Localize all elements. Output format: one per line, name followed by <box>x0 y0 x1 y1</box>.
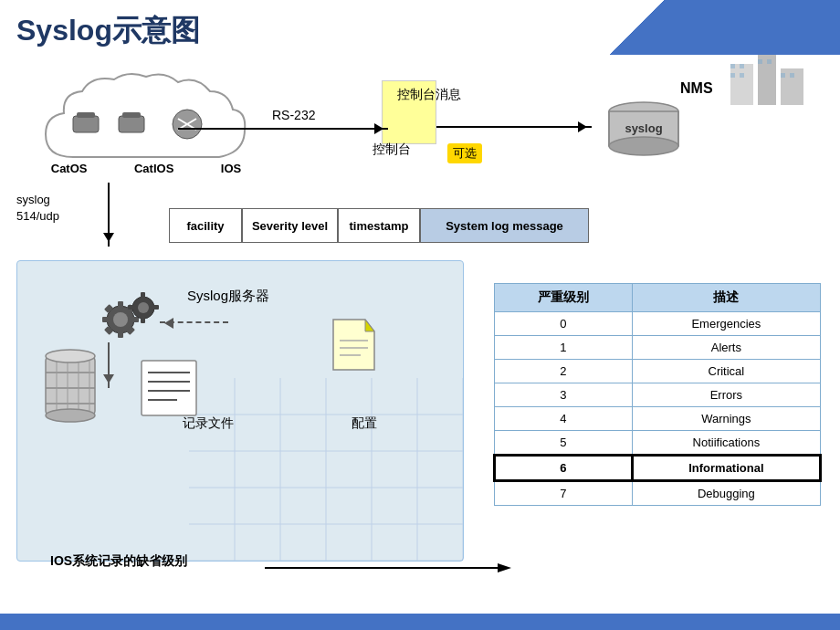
severity-desc: Errors <box>632 383 820 407</box>
svg-text:syslog: syslog <box>625 121 662 135</box>
svg-rect-51 <box>153 305 159 310</box>
table-row: 3Errors <box>495 383 821 407</box>
inner-arrow-down <box>108 342 110 388</box>
syslog-cylinder: syslog <box>603 100 685 163</box>
console-label: 控制台 <box>373 142 411 158</box>
ios-arrow-line <box>265 559 511 581</box>
syslog-msg-cell: System log message <box>420 208 589 243</box>
severity-desc: Notiifications <box>632 431 820 456</box>
svg-rect-6 <box>740 73 744 78</box>
svg-rect-5 <box>730 73 735 78</box>
svg-rect-40 <box>102 317 110 322</box>
severity-level: 4 <box>495 407 633 431</box>
cloud-device-labels: CatOS CatIOS IOS <box>27 162 265 175</box>
rs232-arrow <box>178 128 388 130</box>
document-icon <box>329 315 379 378</box>
ios-label: IOS <box>221 162 241 175</box>
svg-rect-57 <box>46 356 95 415</box>
svg-rect-13 <box>119 116 144 132</box>
svg-rect-10 <box>790 73 794 78</box>
svg-point-66 <box>46 409 95 422</box>
severity-desc: Warnings <box>632 407 820 431</box>
svg-rect-4 <box>740 64 744 68</box>
svg-rect-8 <box>767 59 772 64</box>
table-row: 1Alerts <box>495 336 821 360</box>
svg-rect-38 <box>118 301 123 309</box>
severity-level: 0 <box>495 312 633 336</box>
optional-badge: 可选 <box>447 143 482 163</box>
svg-marker-53 <box>365 320 374 331</box>
svg-rect-41 <box>131 317 139 322</box>
ios-default-level-label: IOS系统记录的缺省级别 <box>50 553 187 570</box>
table-row: 4Warnings <box>495 407 821 431</box>
catios-label: CatIOS <box>134 162 173 175</box>
svg-rect-0 <box>730 64 753 105</box>
syslog-server-label: Syslog服务器 <box>187 288 269 305</box>
bg-stripe-top <box>566 0 840 55</box>
severity-table: 严重级别 描述 0Emergencies1Alerts2Critical3Err… <box>493 283 822 506</box>
svg-rect-9 <box>781 73 785 78</box>
gear-icon <box>91 288 164 360</box>
severity-level: 6 <box>495 456 633 481</box>
svg-rect-39 <box>118 331 123 338</box>
cloud-diagram: CatOS CatIOS IOS <box>27 66 265 184</box>
table-row: 2Critical <box>495 360 821 383</box>
svg-point-65 <box>46 350 95 362</box>
svg-point-37 <box>113 312 128 327</box>
database-icon <box>38 347 102 428</box>
bg-stripe-bottom <box>0 614 840 630</box>
severity-level: 5 <box>495 431 633 456</box>
severity-level: 2 <box>495 360 633 383</box>
page-title: Syslog示意图 <box>16 11 200 51</box>
svg-rect-7 <box>758 59 762 64</box>
paper-icon <box>137 356 201 424</box>
severity-level: 3 <box>495 383 633 407</box>
svg-rect-50 <box>128 305 133 310</box>
svg-rect-67 <box>142 361 196 415</box>
severity-desc: Emergencies <box>632 312 820 336</box>
severity-cell: Severity level <box>242 208 338 243</box>
timestamp-cell: timestamp <box>338 208 420 243</box>
message-bar: facility Severity level timestamp System… <box>169 208 589 243</box>
table-row: 0Emergencies <box>495 312 821 336</box>
nms-label: NMS <box>680 80 713 97</box>
svg-rect-49 <box>141 318 145 323</box>
severity-desc: Informational <box>632 456 820 481</box>
config-label: 配置 <box>352 415 377 432</box>
severity-desc: Alerts <box>632 336 820 360</box>
facility-cell: facility <box>169 208 242 243</box>
severity-desc: Debugging <box>632 481 820 506</box>
dashed-arrow <box>160 321 228 323</box>
svg-rect-12 <box>77 112 95 118</box>
svg-rect-11 <box>73 116 99 132</box>
catos-label: CatOS <box>51 162 88 175</box>
severity-desc: Critical <box>632 360 820 383</box>
severity-header-desc: 描述 <box>632 284 820 312</box>
svg-rect-3 <box>730 64 735 68</box>
record-label: 记录文件 <box>183 415 234 432</box>
building-shape <box>726 50 808 109</box>
syslog-udp-label: syslog 514/udp <box>16 192 59 225</box>
rs232-label: RS-232 <box>272 108 315 122</box>
console-msg-label: 控制台消息 <box>397 87 461 103</box>
svg-marker-73 <box>498 563 511 572</box>
table-row: 7Debugging <box>495 481 821 506</box>
svg-rect-48 <box>141 292 145 298</box>
arrow-cloud-down <box>108 183 110 247</box>
svg-point-47 <box>138 302 149 313</box>
table-row: 5Notiifications <box>495 431 821 456</box>
svg-rect-14 <box>122 112 141 118</box>
severity-level: 1 <box>495 336 633 360</box>
console-to-syslog-arrow <box>436 126 592 128</box>
table-row: 6Informational <box>495 456 821 481</box>
svg-point-23 <box>609 137 678 155</box>
severity-level: 7 <box>495 481 633 506</box>
severity-header-level: 严重级别 <box>495 284 633 312</box>
